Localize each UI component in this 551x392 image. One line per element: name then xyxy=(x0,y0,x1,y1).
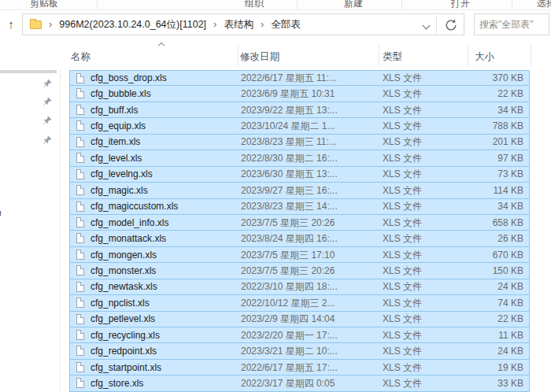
file-name: cfg_petlevel.xls xyxy=(91,313,155,324)
breadcrumb-item-root[interactable]: 996M2(2023.10.24.0_64位)[1102] xyxy=(59,18,206,31)
column-divider xyxy=(468,44,468,66)
file-name: cfg_item.xls xyxy=(91,136,140,147)
table-row[interactable]: cfg_redpoint.xls 2023/3/21 星期二 10:... XL… xyxy=(69,343,530,359)
file-type: XLS 文件 xyxy=(383,168,422,181)
file-date-modified: 2022/8/30 星期二 16:... xyxy=(241,151,338,165)
address-divider xyxy=(436,15,437,34)
file-size: 24 KB xyxy=(497,281,523,292)
table-row[interactable]: cfg_recycling.xls 2023/2/20 星期一 17:... X… xyxy=(69,327,530,343)
pin-icon[interactable] xyxy=(42,96,52,106)
file-date-modified: 2022/6/17 星期五 11:... xyxy=(241,72,337,85)
file-size: 670 KB xyxy=(493,250,523,261)
file-size: 19 KB xyxy=(497,362,523,373)
table-row[interactable]: cfg_npclist.xls 2022/10/12 星期三 2... XLS … xyxy=(69,295,530,311)
ribbon-group-open: 打开 xyxy=(451,0,470,10)
table-row[interactable]: cfg_buff.xls 2023/9/22 星期五 13:... XLS 文件… xyxy=(69,102,530,118)
xls-file-icon xyxy=(76,202,84,212)
navigation-sidebar: 问 电 xyxy=(0,38,61,392)
file-date-modified: 2022/3/17 星期四 0:05 xyxy=(241,377,335,390)
table-row[interactable]: cfg_monattack.xls 2023/8/24 星期四 16:... X… xyxy=(69,231,530,246)
file-list-body: cfg_boss_drop.xls 2022/6/17 星期五 11:... X… xyxy=(69,70,530,392)
file-date-modified: 2023/6/9 星期五 10:31 xyxy=(241,87,335,101)
xls-file-icon xyxy=(76,362,84,372)
file-size: 11 KB xyxy=(498,330,523,341)
file-date-modified: 2023/10/24 星期二 1... xyxy=(241,120,335,133)
breadcrumb-separator-icon: › xyxy=(261,18,264,30)
table-row[interactable]: cfg_newtask.xls 2022/3/10 星期四 18:... XLS… xyxy=(69,279,530,295)
column-header-type[interactable]: 类型 xyxy=(383,50,402,64)
xls-file-icon xyxy=(76,217,84,227)
xls-file-icon xyxy=(76,105,84,115)
file-type: XLS 文件 xyxy=(383,103,422,116)
file-name: cfg_monster.xls xyxy=(91,265,156,276)
file-date-modified: 2023/2/20 星期一 17:... xyxy=(241,328,338,342)
table-row[interactable]: cfg_monster.xls 2023/7/5 星期三 20:26 XLS 文… xyxy=(69,263,530,279)
breadcrumb-separator-icon: › xyxy=(49,18,52,30)
table-row[interactable]: cfg_levelng.xls 2023/6/30 星期五 13:... XLS… xyxy=(69,167,530,183)
column-header-size[interactable]: 大小 xyxy=(475,50,494,64)
ribbon-separator xyxy=(512,0,512,10)
table-row[interactable]: cfg_petlevel.xls 2023/2/9 星期四 14:04 XLS … xyxy=(69,312,530,327)
pin-icon[interactable] xyxy=(42,115,52,125)
file-size: 201 KB xyxy=(493,136,523,147)
table-row[interactable]: cfg_magiccustom.xls 2023/8/23 星期三 14:...… xyxy=(69,199,530,215)
breadcrumb-item-current[interactable]: 全部表 xyxy=(271,18,301,31)
table-row[interactable]: cfg_equip.xls 2023/10/24 星期二 1... XLS 文件… xyxy=(69,118,530,134)
refresh-button[interactable] xyxy=(444,18,458,32)
file-date-modified: 2023/7/5 星期三 20:26 xyxy=(241,216,335,229)
sidebar-partial-item: 电 xyxy=(0,206,3,216)
file-date-modified: 2023/8/24 星期四 16:... xyxy=(241,232,338,246)
file-size: 73 KB xyxy=(497,168,523,179)
table-row[interactable]: cfg_startpoint.xls 2022/6/17 星期五 17:... … xyxy=(69,360,530,375)
search-input[interactable] xyxy=(474,13,549,35)
breadcrumb-separator-icon: › xyxy=(213,18,216,30)
file-date-modified: 2023/7/5 星期三 20:26 xyxy=(241,264,335,277)
file-size: 34 KB xyxy=(497,105,523,116)
file-name: cfg_store.xls xyxy=(91,378,143,389)
file-type: XLS 文件 xyxy=(383,280,422,294)
table-row[interactable]: cfg_item.xls 2023/8/23 星期三 11:... XLS 文件… xyxy=(69,135,530,150)
address-breadcrumb-box[interactable]: › 996M2(2023.10.24.0_64位)[1102] › 表结构 › … xyxy=(22,13,464,35)
pin-icon[interactable] xyxy=(42,78,52,88)
column-header-name[interactable]: 名称 xyxy=(71,50,91,64)
file-name: cfg_bubble.xls xyxy=(91,88,151,99)
file-type: XLS 文件 xyxy=(383,296,422,309)
file-date-modified: 2022/10/12 星期三 2... xyxy=(241,296,335,309)
file-name: cfg_recycling.xls xyxy=(91,330,160,341)
xls-file-icon xyxy=(76,378,84,388)
file-size: 22 KB xyxy=(497,88,523,99)
address-dropdown-chevron-icon[interactable] xyxy=(423,22,431,30)
ribbon-group-clipboard: 剪贴板 xyxy=(30,0,58,10)
breadcrumb-item-middle[interactable]: 表结构 xyxy=(224,18,253,31)
pin-icon[interactable] xyxy=(42,135,52,145)
table-row[interactable]: cfg_mongen.xls 2023/7/5 星期三 17:10 XLS 文件… xyxy=(69,247,530,263)
xls-file-icon xyxy=(76,330,84,340)
file-date-modified: 2023/8/23 星期三 11:... xyxy=(241,135,337,149)
file-type: XLS 文件 xyxy=(383,183,422,197)
file-name: cfg_model_info.xls xyxy=(91,217,168,228)
table-row[interactable]: cfg_magic.xls 2023/9/27 星期三 16:... XLS 文… xyxy=(69,183,530,198)
table-row[interactable]: cfg_level.xls 2022/8/30 星期二 16:... XLS 文… xyxy=(69,150,530,166)
file-type: XLS 文件 xyxy=(383,87,422,101)
table-row[interactable]: cfg_model_info.xls 2023/7/5 星期三 20:26 XL… xyxy=(69,215,530,231)
refresh-icon xyxy=(444,18,458,32)
ribbon-separator xyxy=(401,0,402,10)
file-type: XLS 文件 xyxy=(383,135,422,149)
file-size: 97 KB xyxy=(497,153,523,164)
file-type: XLS 文件 xyxy=(383,248,422,261)
breadcrumb: › 996M2(2023.10.24.0_64位)[1102] › 表结构 › … xyxy=(23,18,301,31)
table-row[interactable]: cfg_boss_drop.xls 2022/6/17 星期五 11:... X… xyxy=(69,70,530,86)
xls-file-icon xyxy=(76,250,84,260)
file-type: XLS 文件 xyxy=(383,120,422,133)
file-name: cfg_monattack.xls xyxy=(91,233,166,244)
column-header-date-modified[interactable]: 修改日期 xyxy=(240,50,279,64)
file-name: cfg_level.xls xyxy=(91,153,142,164)
ribbon-group-new: 新建 xyxy=(344,0,363,10)
xls-file-icon xyxy=(76,169,84,179)
table-row[interactable]: cfg_bubble.xls 2023/6/9 星期五 10:31 XLS 文件… xyxy=(69,86,530,102)
column-divider xyxy=(379,44,379,66)
table-row[interactable]: cfg_store.xls 2022/3/17 星期四 0:05 XLS 文件 … xyxy=(69,375,530,391)
column-divider xyxy=(531,44,531,66)
navigate-up-button[interactable]: ↑ xyxy=(2,16,20,35)
file-type: XLS 文件 xyxy=(383,345,422,358)
